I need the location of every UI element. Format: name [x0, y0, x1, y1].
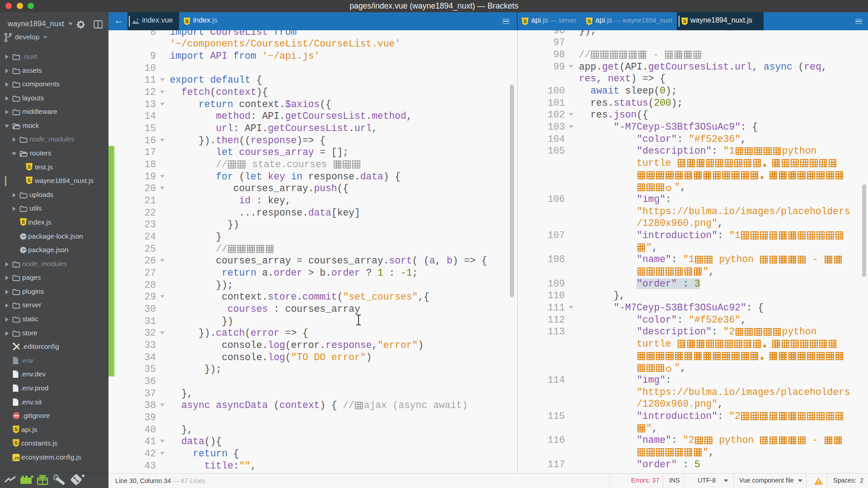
svg-text:S: S — [185, 19, 189, 24]
svg-text:S: S — [28, 178, 31, 183]
svg-text:S: S — [22, 219, 25, 225]
svg-text:S: S — [588, 19, 591, 24]
svg-text:S: S — [14, 427, 18, 432]
svg-text:.JS: .JS — [13, 455, 19, 460]
svg-text:S: S — [28, 164, 31, 169]
svg-text:S: S — [14, 440, 18, 446]
svg-text:S: S — [524, 19, 527, 24]
svg-text:S: S — [683, 19, 686, 24]
